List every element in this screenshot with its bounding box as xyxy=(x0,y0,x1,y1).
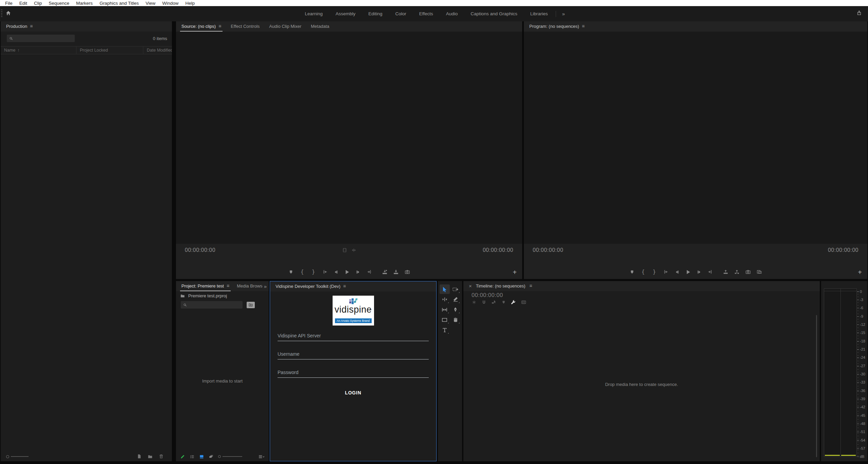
audio-waveform-icon[interactable] xyxy=(351,248,356,253)
tab-vidispine-toolkit[interactable]: Vidispine Developer Toolkit (Dev) ≡ xyxy=(274,281,347,292)
menu-item[interactable]: Clip xyxy=(31,1,45,6)
play-icon[interactable] xyxy=(685,269,691,275)
panel-menu-icon[interactable]: ≡ xyxy=(582,23,585,29)
snap-icon[interactable] xyxy=(481,300,486,305)
go-to-in-icon[interactable] xyxy=(662,269,669,275)
button-editor-plus[interactable]: + xyxy=(858,269,862,276)
nest-toggle-icon[interactable] xyxy=(472,300,477,305)
zoom-slider-track[interactable] xyxy=(11,456,29,457)
play-icon[interactable] xyxy=(344,269,351,275)
column-project-locked[interactable]: Project Locked xyxy=(76,47,143,54)
column-date-modified[interactable]: Date Modified xyxy=(143,47,172,54)
menu-item[interactable]: Graphics and Titles xyxy=(96,1,142,6)
hand-tool-icon[interactable] xyxy=(450,315,461,324)
zoom-slider[interactable] xyxy=(6,455,29,458)
playback-settings-icon[interactable] xyxy=(342,248,347,253)
rectangle-tool-icon[interactable] xyxy=(440,315,450,324)
slip-tool-icon[interactable] xyxy=(440,305,450,314)
export-icon[interactable] xyxy=(856,10,862,16)
delete-icon[interactable] xyxy=(159,454,164,459)
track-select-forward-tool-icon[interactable] xyxy=(450,284,461,294)
panel-menu-icon[interactable]: ≡ xyxy=(227,283,229,289)
add-marker-icon[interactable] xyxy=(288,270,295,275)
list-view-icon[interactable] xyxy=(190,454,195,459)
home-icon[interactable] xyxy=(5,10,11,16)
zoom-slider-knob[interactable] xyxy=(218,455,221,458)
step-back-icon[interactable] xyxy=(673,270,680,275)
ripple-edit-tool-icon[interactable] xyxy=(440,295,450,304)
panel-menu-icon[interactable]: ≡ xyxy=(529,283,532,289)
mark-in-icon[interactable]: { xyxy=(299,269,306,275)
project-breadcrumb[interactable]: Premiere test.prproj xyxy=(176,291,269,299)
timeline-track-area[interactable]: Drop media here to create sequence. xyxy=(463,307,820,461)
tab-source[interactable]: Source: (no clips) ≡ xyxy=(180,21,223,32)
extract-icon[interactable] xyxy=(733,269,740,275)
tab-metadata[interactable]: Metadata xyxy=(309,21,331,32)
workspace-tab[interactable]: Libraries xyxy=(524,11,554,16)
freeform-view-icon[interactable] xyxy=(209,454,214,459)
timeline-timecode[interactable]: 00:00:00:00 xyxy=(472,292,820,298)
panel-overflow-chevron[interactable]: » xyxy=(264,281,267,291)
step-back-icon[interactable] xyxy=(333,270,339,275)
workspace-tab[interactable]: Captions and Graphics xyxy=(464,11,524,16)
tab-effect-controls[interactable]: Effect Controls xyxy=(229,21,261,32)
menu-item[interactable]: Edit xyxy=(16,1,31,6)
panel-menu-icon[interactable]: ≡ xyxy=(30,23,33,29)
step-forward-icon[interactable] xyxy=(696,270,703,275)
tab-media-browser[interactable]: Media Browser xyxy=(235,281,262,291)
sort-options-icon[interactable] xyxy=(258,454,265,459)
login-button[interactable]: LOGIN xyxy=(278,390,429,395)
icon-view-icon[interactable] xyxy=(199,454,204,459)
linked-selection-icon[interactable] xyxy=(491,299,497,305)
workspace-tab[interactable]: Audio xyxy=(440,11,464,16)
timeline-vertical-scrollbar[interactable] xyxy=(816,315,817,457)
insert-icon[interactable] xyxy=(382,269,388,275)
lift-icon[interactable] xyxy=(722,269,729,275)
workspace-tab[interactable]: Effects xyxy=(413,11,440,16)
program-timecode-current[interactable]: 00:00:00:00 xyxy=(533,247,563,253)
mark-out-icon[interactable]: } xyxy=(651,269,658,275)
program-viewer[interactable] xyxy=(524,32,867,244)
menu-item[interactable]: Sequence xyxy=(45,1,73,6)
new-bin-icon[interactable] xyxy=(147,454,153,459)
production-search[interactable] xyxy=(7,35,75,42)
pen-tool-icon[interactable] xyxy=(450,305,461,314)
password-field[interactable] xyxy=(278,367,429,378)
workspace-tab[interactable]: Assembly xyxy=(329,11,362,16)
project-content-area[interactable]: Import media to start xyxy=(176,310,269,452)
workspace-overflow-chevron[interactable]: » xyxy=(557,11,569,17)
tab-audio-clip-mixer[interactable]: Audio Clip Mixer xyxy=(268,21,303,32)
column-name[interactable]: Name ↑ xyxy=(1,47,76,54)
menu-item[interactable]: Window xyxy=(159,1,182,6)
export-frame-icon[interactable] xyxy=(745,269,751,275)
production-search-input[interactable] xyxy=(15,36,72,41)
zoom-slider-knob[interactable] xyxy=(6,455,9,458)
add-marker-icon[interactable] xyxy=(501,300,506,304)
project-search-input[interactable] xyxy=(189,302,240,307)
drag-handle[interactable] xyxy=(1,10,2,18)
production-list-area[interactable] xyxy=(1,54,172,452)
go-to-out-icon[interactable] xyxy=(707,269,714,275)
step-forward-icon[interactable] xyxy=(355,270,362,275)
source-timecode-current[interactable]: 00:00:00:00 xyxy=(185,247,215,253)
add-marker-icon[interactable] xyxy=(628,270,635,275)
type-tool-icon[interactable] xyxy=(440,325,450,335)
api-server-field[interactable] xyxy=(278,330,429,341)
source-viewer[interactable] xyxy=(176,32,522,244)
zoom-slider[interactable] xyxy=(218,455,242,458)
menu-item[interactable]: Help xyxy=(182,1,198,6)
captions-cc-icon[interactable] xyxy=(521,300,527,305)
tab-program[interactable]: Program: (no sequences) ≡ xyxy=(528,21,586,32)
tab-project[interactable]: Project: Premiere test ≡ xyxy=(180,281,231,291)
mark-out-icon[interactable]: } xyxy=(310,269,317,275)
button-editor-plus[interactable]: + xyxy=(513,269,517,276)
panel-menu-icon[interactable]: ≡ xyxy=(343,283,346,289)
comparison-view-icon[interactable] xyxy=(756,269,763,275)
username-field[interactable] xyxy=(278,349,429,359)
zoom-slider-track[interactable] xyxy=(223,456,242,457)
tab-production[interactable]: Production ≡ xyxy=(5,21,34,32)
menu-item[interactable]: Markers xyxy=(73,1,96,6)
mark-in-icon[interactable]: { xyxy=(640,269,646,275)
close-icon[interactable]: × xyxy=(469,283,472,289)
tab-timeline[interactable]: × Timeline: (no sequences) ≡ xyxy=(467,281,533,291)
